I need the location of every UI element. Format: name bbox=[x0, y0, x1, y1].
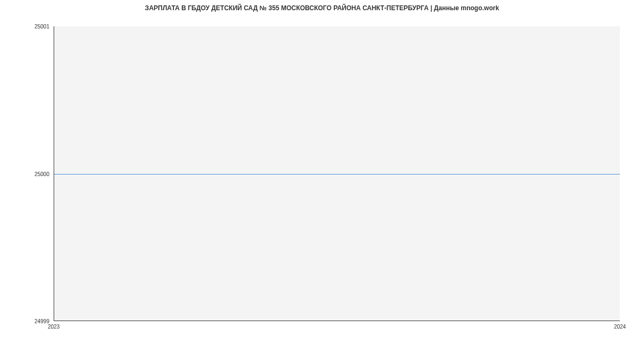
chart-container: ЗАРПЛАТА В ГБДОУ ДЕТСКИЙ САД № 355 МОСКО… bbox=[0, 0, 644, 349]
x-tick-2023: 2023 bbox=[48, 324, 60, 330]
y-tick-25001: 25001 bbox=[34, 24, 49, 30]
x-tick-2024: 2024 bbox=[614, 324, 626, 330]
chart-title: ЗАРПЛАТА В ГБДОУ ДЕТСКИЙ САД № 355 МОСКО… bbox=[0, 4, 644, 12]
plot-area bbox=[54, 26, 620, 321]
y-tick-24999: 24999 bbox=[34, 318, 49, 324]
y-tick-25000: 25000 bbox=[34, 171, 49, 177]
data-line bbox=[54, 174, 620, 174]
